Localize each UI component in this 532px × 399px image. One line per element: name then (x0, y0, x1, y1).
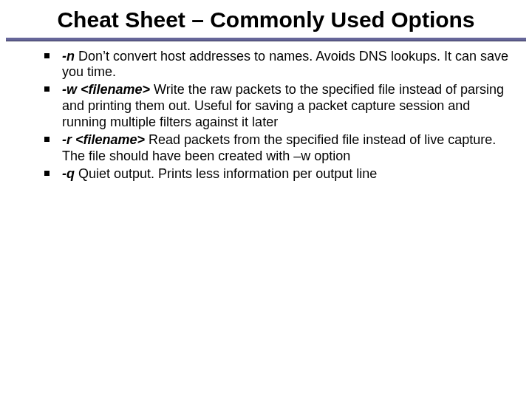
list-item: -q Quiet output. Prints less information… (44, 166, 510, 183)
list-item: -n Don’t convert host addresses to names… (44, 49, 510, 81)
square-bullet-icon (44, 137, 50, 142)
option-flag: -r <filename> (62, 132, 145, 147)
option-flag: -n (62, 49, 75, 64)
content-area: -n Don’t convert host addresses to names… (0, 41, 532, 183)
option-desc: Quiet output. Prints less information pe… (75, 166, 377, 181)
square-bullet-icon (44, 86, 50, 92)
page-title: Cheat Sheet – Commonly Used Options (0, 0, 532, 38)
list-item: -w <filename> Write the raw packets to t… (44, 82, 510, 131)
square-bullet-icon (44, 53, 50, 58)
list-item: -r <filename> Read packets from the spec… (44, 132, 510, 165)
slide: Cheat Sheet – Commonly Used Options -n D… (0, 0, 532, 399)
option-flag: -q (62, 166, 75, 181)
option-flag: -w <filename> (62, 82, 150, 97)
option-desc: Don’t convert host addresses to names. A… (62, 49, 508, 80)
square-bullet-icon (44, 171, 50, 176)
